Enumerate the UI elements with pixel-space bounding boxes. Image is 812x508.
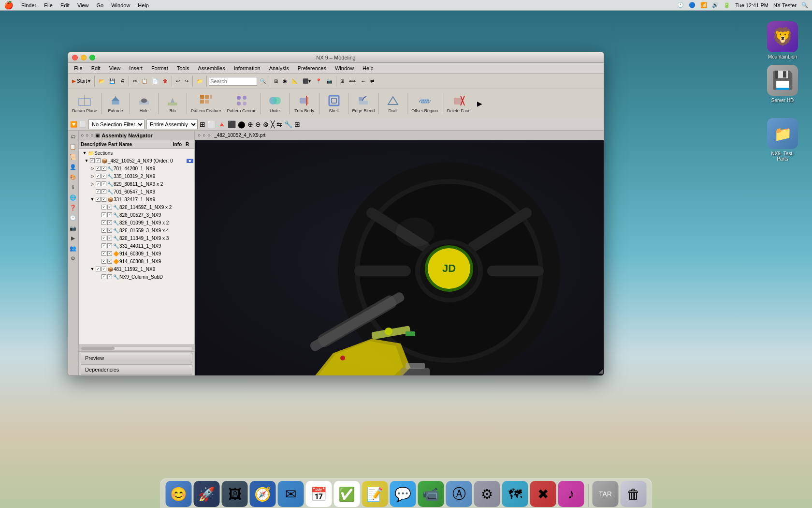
spotlight-icon[interactable]: 🔍 — [801, 2, 808, 8]
more-tools-button[interactable]: ▶ — [475, 98, 484, 109]
window-controls[interactable] — [72, 55, 95, 60]
close-button[interactable] — [72, 55, 78, 60]
assembly-tree[interactable]: ▼ 📁 Sections ▼ ✓ ✓ 📦 _482_10052_4_NX9 (O… — [79, 149, 194, 344]
edge-blend-button[interactable]: Edge Blend — [350, 91, 377, 116]
assy-checkbox2[interactable]: ✓ — [96, 158, 101, 163]
dock-messages[interactable]: 💬 — [390, 481, 416, 507]
tree-item-p2[interactable]: ▷ ✓ ✓ 🔧 335_10319_2_NX9 — [79, 172, 194, 180]
p4-cb2[interactable]: ✓ — [102, 189, 106, 194]
dock-calendar[interactable]: 📅 — [306, 481, 332, 507]
cut-button[interactable]: ✂ — [131, 76, 139, 87]
hole-button[interactable]: Hole — [132, 91, 156, 116]
menu-window[interactable]: Window — [331, 64, 358, 72]
draft-button[interactable]: Draft — [381, 91, 405, 116]
p14-toggle[interactable]: ▼ — [89, 267, 95, 271]
dock-itunes[interactable]: ♪ — [558, 481, 584, 507]
sel-tool-1[interactable]: ⊞ — [200, 120, 205, 128]
render-button[interactable]: ◉ — [281, 76, 289, 87]
assembly-scope-dropdown[interactable]: Entire Assembly — [146, 120, 198, 129]
dock-safari[interactable]: 🧭 — [250, 481, 276, 507]
mac-menu-file[interactable]: File — [44, 2, 53, 8]
p14-cb2[interactable]: ✓ — [102, 267, 106, 271]
p10-cb2[interactable]: ✓ — [107, 236, 112, 240]
move-btn[interactable]: ↔ — [359, 76, 367, 87]
scrollbar-thumb[interactable] — [81, 347, 115, 350]
p3-cb2[interactable]: ✓ — [102, 181, 106, 186]
sel-tool-2[interactable]: ⬜ — [207, 120, 216, 128]
delete-face-button[interactable]: Delete Face — [444, 91, 473, 116]
dock-reminders[interactable]: ✅ — [334, 481, 360, 507]
panel-ctrl-3[interactable]: ○ — [90, 133, 93, 138]
transform-btn[interactable]: ⇄ — [368, 76, 376, 87]
desktop-icon-nx9parts[interactable]: 📁 NX9- Test-Parts — [765, 116, 800, 164]
p13-cb1[interactable]: ✓ — [102, 259, 106, 264]
p15-cb2[interactable]: ✓ — [107, 274, 112, 279]
p2-cb2[interactable]: ✓ — [102, 174, 106, 179]
dock-maps[interactable]: 🗺 — [502, 481, 528, 507]
assy-checkbox[interactable]: ✓ — [90, 158, 95, 163]
viewport-ctrl-1[interactable]: ○ — [198, 133, 201, 138]
p5-cb1[interactable]: ✓ — [96, 197, 101, 202]
sidebar-settings[interactable]: ⚙ — [68, 254, 78, 263]
redo-button[interactable]: ↪ — [183, 76, 190, 87]
sel-tool-9[interactable]: ╳ — [271, 120, 275, 128]
sidebar-people[interactable]: 👥 — [68, 243, 78, 253]
p15-cb1[interactable]: ✓ — [102, 274, 106, 279]
viewport-canvas[interactable]: JD — [195, 140, 604, 375]
selection-filter-dropdown[interactable]: No Selection Filter — [88, 120, 145, 129]
mac-menu-view[interactable]: View — [77, 2, 89, 8]
p8-cb2[interactable]: ✓ — [107, 220, 112, 225]
dock-systemprefs[interactable]: ⚙ — [474, 481, 500, 507]
menu-view[interactable]: View — [105, 64, 125, 72]
snap-button[interactable]: 📍 — [314, 76, 323, 87]
tree-item-p9[interactable]: ✓ ✓ 🔧 826_01559_3_NX9 x 4 — [79, 226, 194, 234]
sidebar-assembly-nav[interactable]: 🗂 — [68, 132, 78, 141]
tree-item-assy[interactable]: ▼ ✓ ✓ 📦 _482_10052_4_NX9 (Order: 0 ■ — [79, 157, 194, 164]
apple-menu[interactable]: 🍎 — [4, 0, 14, 10]
tree-item-p12[interactable]: ✓ ✓ 🔶 914_60309_1_NX9 — [79, 250, 194, 257]
dock-photos[interactable]: 🖼 — [222, 481, 248, 507]
mac-menu-edit[interactable]: Edit — [60, 2, 70, 8]
dock-trash[interactable]: 🗑 — [621, 481, 647, 507]
start-button[interactable]: ▶ Start ▾ — [70, 76, 92, 87]
sel-tool-4[interactable]: ⬛ — [228, 120, 236, 128]
p4-cb1[interactable]: ✓ — [96, 189, 101, 194]
preview-button[interactable]: Preview — [81, 353, 192, 363]
sidebar-motion[interactable]: ▶ — [68, 233, 78, 243]
tree-item-sections[interactable]: ▼ 📁 Sections — [79, 149, 194, 157]
p2-cb1[interactable]: ✓ — [96, 174, 101, 179]
menu-analysis[interactable]: Analysis — [265, 64, 293, 72]
layer-button[interactable]: 📐 — [290, 76, 300, 87]
sidebar-web[interactable]: 🌐 — [68, 193, 78, 202]
unite-button[interactable]: Unite — [263, 91, 287, 116]
p6-cb1[interactable]: ✓ — [102, 205, 106, 209]
p7-cb2[interactable]: ✓ — [107, 212, 112, 217]
minimize-button[interactable] — [81, 55, 87, 60]
mirror-btn[interactable]: ⟺ — [347, 76, 358, 87]
tree-item-p5[interactable]: ▼ ✓ ✓ 📦 331_32417_1_NX9 — [79, 195, 194, 203]
menu-edit[interactable]: Edit — [87, 64, 104, 72]
p12-cb1[interactable]: ✓ — [102, 251, 106, 256]
viewport-ctrl-3[interactable]: ○ — [207, 133, 210, 138]
p10-cb1[interactable]: ✓ — [102, 236, 106, 240]
tree-item-p1[interactable]: ▷ ✓ ✓ 🔧 701_44200_1_NX9 — [79, 164, 194, 172]
viewport-resize-handle[interactable]: ◢ — [598, 368, 603, 374]
p8-cb1[interactable]: ✓ — [102, 220, 106, 225]
mac-menu-window[interactable]: Window — [111, 2, 130, 8]
scrollbar-track[interactable] — [81, 346, 192, 350]
pattern-btn-sm[interactable]: ⊞ — [338, 76, 346, 87]
p3-cb1[interactable]: ✓ — [96, 181, 101, 186]
menu-insert[interactable]: Insert — [125, 64, 146, 72]
p12-cb2[interactable]: ✓ — [107, 251, 112, 256]
desktop-icon-server-hd[interactable]: 💾 Server HD — [765, 63, 800, 105]
open-button[interactable]: 📂 — [97, 76, 106, 87]
pattern-feature-button[interactable]: Pattern Feature — [189, 91, 223, 116]
view-style[interactable]: ⬛▾ — [301, 76, 313, 87]
menu-tools[interactable]: Tools — [173, 64, 193, 72]
tree-item-p7[interactable]: ✓ ✓ 🔧 826_00527_3_NX9 — [79, 211, 194, 219]
extrude-button[interactable]: Extrude — [103, 91, 128, 116]
maximize-button[interactable] — [89, 55, 95, 60]
grid-button[interactable]: ⊞ — [272, 76, 280, 87]
p3-toggle[interactable]: ▷ — [89, 181, 95, 186]
dock-crossover[interactable]: ✖ — [530, 481, 556, 507]
